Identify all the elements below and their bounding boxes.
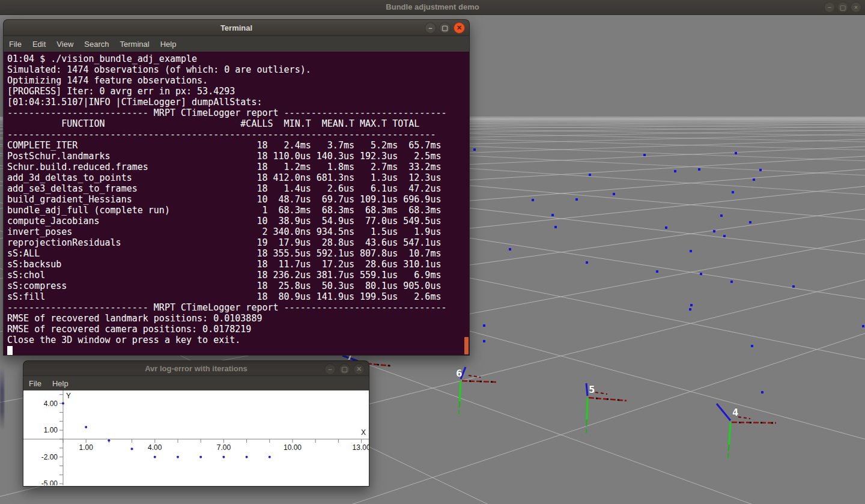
landmark-point <box>713 230 715 232</box>
terminal-menu-terminal[interactable]: Terminal <box>115 40 155 49</box>
terminal-output-area[interactable]: 01:04 $ ./vision_bundle_adj_example Simu… <box>3 52 470 356</box>
landmark-point <box>554 226 557 228</box>
maximize-icon[interactable]: ▢ <box>439 22 451 34</box>
scatter-point <box>85 426 87 428</box>
landmark-point <box>700 273 702 275</box>
camera-frame-5: 5 <box>586 383 627 433</box>
camera-frame-4: 4 <box>717 404 776 458</box>
terminal-scrollbar[interactable] <box>464 337 469 354</box>
minimize-icon[interactable]: − <box>324 363 336 375</box>
camera-y-axis-tail <box>728 445 729 458</box>
landmark-point <box>759 169 762 171</box>
landmark-point <box>732 191 734 193</box>
scatter-point <box>131 448 133 450</box>
minimize-icon[interactable]: − <box>425 22 436 34</box>
camera-z-axis <box>717 404 730 421</box>
scatter-point <box>246 456 248 458</box>
camera-x-axis-upper-dash <box>595 392 607 394</box>
landmark-point <box>735 152 737 154</box>
maximize-icon[interactable]: ▢ <box>339 363 350 375</box>
minimize-icon[interactable]: − <box>824 2 835 13</box>
landmark-point <box>473 148 476 151</box>
scatter-point <box>154 456 156 458</box>
x-tick-label: 10.00 <box>284 443 302 452</box>
landmark-point <box>689 308 691 311</box>
x-tick-label: 7.00 <box>217 443 231 452</box>
plot-menu-file[interactable]: File <box>23 379 47 388</box>
landmark-point <box>749 221 751 223</box>
landmark-point <box>656 270 658 273</box>
landmark-point <box>751 345 753 347</box>
camera-x-axis <box>732 422 776 423</box>
landmark-point <box>862 325 864 327</box>
landmark-point <box>613 193 615 195</box>
terminal-menu-search[interactable]: Search <box>79 40 114 49</box>
x-axis-label: X <box>361 428 366 437</box>
scatter-point <box>269 456 271 458</box>
landmark-point <box>690 304 693 306</box>
camera-y-axis <box>729 422 730 445</box>
close-icon[interactable]: ✕ <box>353 363 365 375</box>
landmark-point <box>753 178 755 181</box>
camera-label: 5 <box>589 384 595 395</box>
scatter-point <box>62 402 64 405</box>
camera-z-axis <box>586 383 587 396</box>
landmark-point <box>730 281 733 283</box>
terminal-menu-view[interactable]: View <box>51 40 79 49</box>
plot-window: Avr log-error with iterations − ▢ ✕ File… <box>23 360 369 487</box>
landmark-point <box>698 168 700 171</box>
main-window-titlebar[interactable]: Bundle adjustment demo − ▢ × <box>0 0 865 15</box>
y-tick-label: -2.00 <box>41 453 58 461</box>
camera-frame-6: 6 <box>456 367 497 414</box>
camera-label: 4 <box>732 407 738 418</box>
terminal-cursor <box>7 346 13 355</box>
landmark-point <box>665 226 667 229</box>
landmark-point <box>586 261 588 264</box>
landmark-point <box>792 285 795 288</box>
close-icon[interactable]: ✕ <box>454 22 465 34</box>
landmark-point <box>761 391 763 393</box>
terminal-title: Terminal <box>4 20 469 35</box>
plot-menu-help[interactable]: Help <box>47 379 74 388</box>
terminal-menu-help[interactable]: Help <box>155 40 182 49</box>
scatter-point <box>222 456 225 458</box>
camera-y-axis-tail <box>459 401 460 414</box>
plot-titlebar[interactable]: Avr log-error with iterations − ▢ ✕ <box>23 360 369 376</box>
scatter-point <box>177 456 179 458</box>
landmark-point <box>551 214 554 216</box>
landmark-point <box>643 154 646 156</box>
camera-y-axis <box>587 398 587 420</box>
close-icon[interactable]: × <box>851 2 861 13</box>
landmark-point <box>575 198 578 201</box>
terminal-titlebar[interactable]: Terminal − ▢ ✕ <box>3 19 470 36</box>
x-tick-label: 4.00 <box>148 443 162 452</box>
landmark-point <box>674 170 676 172</box>
plot-menubar: FileHelp <box>23 376 369 390</box>
terminal-output-text: 01:04 $ ./vision_bundle_adj_example Simu… <box>4 52 469 356</box>
landmark-point <box>483 340 485 342</box>
y-tick-label: -5.00 <box>41 479 58 485</box>
camera-x-axis-upper-dash <box>738 417 750 419</box>
plot-canvas[interactable]: 1.004.007.0010.0013.004.001.00-2.00-5.00… <box>23 390 369 487</box>
maximize-icon[interactable]: ▢ <box>837 2 848 13</box>
terminal-menu-file[interactable]: File <box>4 40 27 49</box>
main-window-title: Bundle adjustment demo <box>0 0 865 14</box>
x-tick-label: 1.00 <box>79 443 94 452</box>
landmark-point <box>589 174 591 176</box>
terminal-menu-edit[interactable]: Edit <box>27 40 51 49</box>
landmark-point <box>509 248 511 250</box>
terminal-window: Terminal − ▢ ✕ FileEditViewSearchTermina… <box>3 19 470 356</box>
landmark-point <box>690 250 692 252</box>
terminal-menubar: FileEditViewSearchTerminalHelp <box>3 36 470 52</box>
x-tick-label: 13.00 <box>353 443 369 452</box>
landmark-point <box>532 199 534 201</box>
camera-label: 6 <box>456 368 462 379</box>
scatter-point <box>108 439 110 442</box>
scatter-point <box>199 456 202 458</box>
landmark-points <box>473 148 864 393</box>
camera-y-axis <box>460 381 461 401</box>
landmark-point <box>483 324 485 327</box>
y-axis-label: Y <box>66 392 71 400</box>
y-tick-label: 4.00 <box>44 399 58 408</box>
landmark-point <box>720 214 723 217</box>
